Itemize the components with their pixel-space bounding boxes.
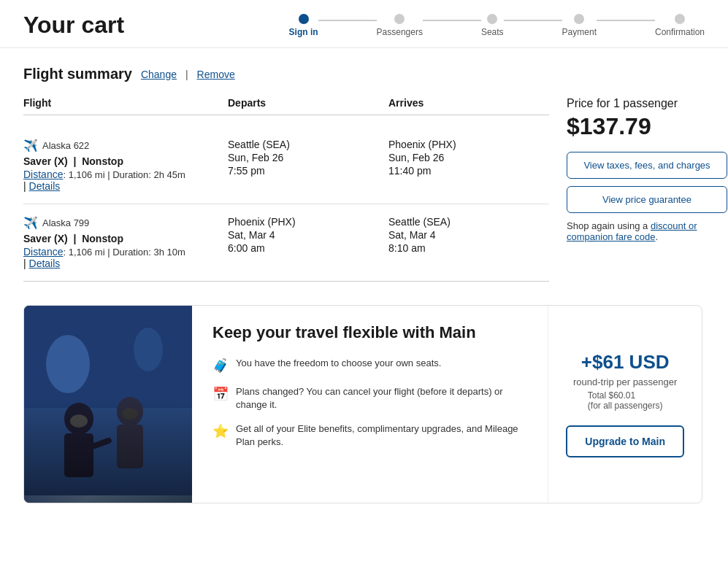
step-label-seats: Seats: [481, 27, 504, 37]
plane-icon-2: ✈️: [23, 216, 38, 230]
distance-link-1[interactable]: Distance: [23, 169, 63, 180]
upgrade-image-placeholder: [24, 306, 192, 503]
flight-2-airline: ✈️ Alaska 799: [23, 216, 228, 230]
step-line-2: [423, 20, 481, 21]
flight-1-depart: Seattle (SEA) Sun, Feb 26 7:55 pm: [228, 139, 388, 192]
step-passengers: Passengers: [377, 14, 423, 37]
progress-steps: Sign in Passengers Seats Payment Confirm…: [289, 14, 705, 37]
step-payment: Payment: [562, 14, 597, 37]
section-header: Flight summary Change | Remove: [23, 66, 705, 82]
step-label-confirmation: Confirmation: [655, 27, 705, 37]
upgrade-button[interactable]: Upgrade to Main: [566, 425, 684, 457]
column-headers: Flight Departs Arrives: [23, 97, 549, 115]
step-dot-seats: [487, 14, 497, 24]
step-line-3: [504, 20, 562, 21]
distance-link-2[interactable]: Distance: [23, 246, 63, 258]
step-dot-passengers: [394, 14, 405, 24]
price-amount: $137.79: [567, 113, 728, 140]
col-flight: Flight: [23, 97, 228, 109]
plane-icon-1: ✈️: [23, 139, 38, 152]
flight-1-arrive: Phoenix (PHX) Sun, Feb 26 11:40 pm: [388, 139, 549, 192]
step-dot-payment: [574, 14, 584, 24]
flight-1-details: | Details: [23, 180, 228, 192]
remove-link[interactable]: Remove: [197, 69, 235, 80]
section-title: Flight summary: [23, 66, 132, 82]
flight-2-info: ✈️ Alaska 799 Saver (X) | Nonstop Distan…: [23, 216, 228, 269]
change-link[interactable]: Change: [141, 69, 177, 80]
flight-row-1: ✈️ Alaska 622 Saver (X) | Nonstop Distan…: [23, 127, 549, 204]
step-confirmation: Confirmation: [655, 14, 705, 37]
upgrade-price: +$61 USD: [581, 351, 670, 374]
flight-1-info: ✈️ Alaska 622 Saver (X) | Nonstop Distan…: [23, 139, 228, 192]
step-seats: Seats: [481, 14, 504, 37]
flight-2-arrive: Seattle (SEA) Sat, Mar 4 8:10 am: [388, 216, 549, 269]
main-content: Flight summary Change | Remove Flight De…: [0, 48, 728, 521]
step-label-passengers: Passengers: [377, 27, 423, 37]
taxes-fees-button[interactable]: View taxes, fees, and charges: [567, 152, 727, 179]
divider: |: [185, 69, 188, 80]
page-title: Your cart: [23, 12, 124, 39]
upgrade-total: Total $60.01 (for all passengers): [588, 390, 663, 411]
details-link-2[interactable]: Details: [29, 258, 61, 269]
flight-1-class: Saver (X) | Nonstop: [23, 155, 228, 167]
step-dot-sign-in: [299, 14, 309, 24]
flight-row-2: ✈️ Alaska 799 Saver (X) | Nonstop Distan…: [23, 204, 549, 282]
step-line-1: [318, 20, 377, 21]
seat-icon: 🧳: [212, 357, 229, 375]
flight-table-container: Flight Departs Arrives ✈️ Alaska 622 Sav…: [23, 97, 549, 282]
flight-content: Flight Departs Arrives ✈️ Alaska 622 Sav…: [23, 97, 705, 282]
flight-2-distance: Distance: 1,106 mi | Duration: 3h 10m: [23, 246, 228, 258]
upgrade-card: Keep your travel flexible with Main 🧳 Yo…: [23, 305, 702, 503]
price-panel: Price for 1 passenger $137.79 View taxes…: [549, 97, 728, 242]
flight-2-depart: Phoenix (PHX) Sat, Mar 4 6:00 am: [228, 216, 388, 269]
calendar-icon: 📅: [212, 385, 229, 403]
price-label: Price for 1 passenger: [567, 97, 728, 110]
step-label-payment: Payment: [562, 27, 597, 37]
upgrade-feature-1: 🧳 You have the freedom to choose your ow…: [212, 357, 527, 375]
image-overlay: [24, 357, 192, 503]
star-icon: ⭐: [212, 422, 229, 441]
step-sign-in: Sign in: [289, 14, 318, 37]
details-link-1[interactable]: Details: [29, 180, 61, 192]
step-label-sign-in: Sign in: [289, 27, 318, 37]
price-guarantee-button[interactable]: View price guarantee: [567, 186, 727, 213]
discount-text: Shop again using a discount or companion…: [567, 220, 727, 242]
upgrade-per: round-trip per passenger: [573, 376, 677, 387]
upgrade-content: Keep your travel flexible with Main 🧳 Yo…: [192, 306, 548, 503]
flight-1-distance: Distance: 1,106 mi | Duration: 2h 45m: [23, 169, 228, 180]
upgrade-feature-2: 📅 Plans changed? You can cancel your fli…: [212, 385, 527, 412]
col-arrives: Arrives: [388, 97, 549, 109]
upgrade-image: [24, 306, 192, 503]
upgrade-features: 🧳 You have the freedom to choose your ow…: [212, 357, 527, 449]
col-departs: Departs: [228, 97, 388, 109]
step-line-4: [597, 20, 655, 21]
flight-2-class: Saver (X) | Nonstop: [23, 233, 228, 244]
upgrade-title: Keep your travel flexible with Main: [212, 323, 527, 342]
page-header: Your cart Sign in Passengers Seats Payme…: [0, 0, 728, 48]
flight-2-details: | Details: [23, 258, 228, 269]
step-dot-confirmation: [675, 14, 685, 24]
upgrade-pricing: +$61 USD round-trip per passenger Total …: [548, 306, 702, 503]
upgrade-feature-3: ⭐ Get all of your Elite benefits, compli…: [212, 422, 527, 449]
flight-1-airline: ✈️ Alaska 622: [23, 139, 228, 152]
